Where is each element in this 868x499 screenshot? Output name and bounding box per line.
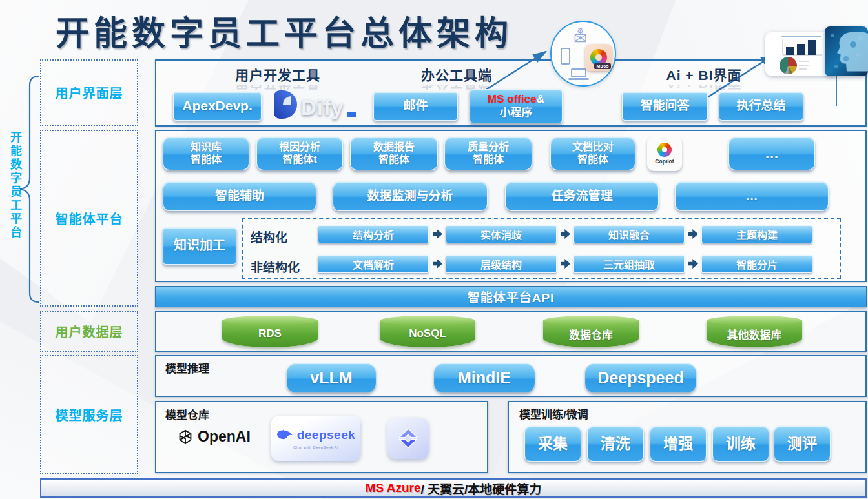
layer-box-ui: 用户界面层	[40, 59, 138, 126]
inference-label: 模型推理	[165, 360, 209, 376]
agent-line2: 智能体	[577, 154, 608, 166]
exec-summary-button[interactable]: 执行总结	[719, 92, 803, 121]
agent-line1: 数据报告	[373, 141, 415, 154]
architecture-diagram: 开能数字员工平台总体架构 开能数字员工平台 用户界面层 智能体平台 用户数据层 …	[0, 0, 868, 499]
training-step-eval[interactable]: 测评	[774, 426, 831, 462]
openai-wordmark: OpenAI	[198, 428, 251, 445]
layer-label-ui: 用户界面层	[56, 83, 123, 102]
structured-label: 结构化	[251, 228, 287, 245]
agent-button-knowledge[interactable]: 知识库 智能体	[163, 137, 249, 170]
training-step-clean[interactable]: 清洗	[587, 426, 644, 462]
agent-line1: 知识库	[191, 141, 222, 154]
vllm-button[interactable]: vLLM	[287, 363, 376, 392]
mail-button[interactable]: 邮件	[373, 92, 458, 121]
agent-line2: 智能体	[191, 154, 222, 166]
deepseek-whale-icon	[276, 429, 293, 440]
knowledge-processing-button[interactable]: 知识加工	[163, 227, 236, 265]
agent-line1: 文档比对	[572, 141, 614, 154]
flow-structured-4[interactable]: 主题构建	[701, 225, 812, 243]
agent-line2: 智能体t	[282, 154, 316, 166]
agents-more-button[interactable]: …	[728, 137, 815, 170]
smart-qa-button[interactable]: 智能问答	[622, 92, 708, 121]
layer-box-data: 用户数据层	[40, 311, 138, 352]
deepseek-logo-card: deepseek Chat with DeepSeek AI	[271, 416, 360, 461]
layer-box-agent: 智能体平台	[40, 130, 138, 307]
dify-icon	[271, 90, 297, 119]
laptop-icon	[568, 68, 589, 80]
copilot-icon	[657, 143, 672, 157]
agent-line2: 智能体	[473, 154, 504, 166]
agent-platform-api-bar: 智能体平台API	[155, 286, 867, 307]
capability-button-assist[interactable]: 智能辅助	[163, 181, 316, 211]
deepseek-subtitle: Chat with DeepSeek AI	[293, 445, 338, 449]
aibi-header: Ai + BI界面	[646, 65, 762, 84]
infrastructure-bar: MS Azure / 天翼云/本地硬件算力	[40, 478, 867, 498]
training-step-collect[interactable]: 采集	[524, 426, 581, 462]
dify-logo: Dify	[271, 90, 356, 119]
agent-button-doccompare[interactable]: 文档比对 智能体	[550, 137, 636, 170]
glm-icon	[393, 423, 424, 454]
ai-head-image	[825, 26, 868, 76]
flow-structured-3[interactable]: 知识融合	[574, 225, 685, 243]
capability-button-taskflow[interactable]: 任务流管理	[505, 181, 659, 211]
flow-structured-1[interactable]: 结构分析	[318, 225, 429, 243]
training-step-train[interactable]: 训练	[712, 426, 769, 462]
agent-button-datareport[interactable]: 数据报告 智能体	[350, 137, 438, 170]
deepseek-wordmark: deepseek	[297, 428, 356, 442]
layer-label-agent: 智能体平台	[56, 209, 123, 228]
deepspeed-button[interactable]: Deepspeed	[585, 363, 696, 392]
layer-label-model: 模型服务层	[56, 405, 123, 424]
ms-office-button[interactable]: MS office& 小程序	[470, 89, 563, 123]
devices-circle: ⚙ ✉ M365	[550, 21, 616, 87]
phone-icon	[561, 48, 570, 65]
training-label: 模型训练/微调	[519, 405, 588, 422]
capability-more-button[interactable]: …	[675, 181, 829, 211]
flow-unstructured-1[interactable]: 文档解析	[318, 255, 429, 273]
unstructured-label: 非结构化	[251, 258, 300, 275]
openai-logo: OpenAI	[177, 428, 251, 445]
database-warehouse[interactable]: 数据仓库	[543, 316, 639, 347]
dify-wordmark: Dify	[301, 97, 344, 118]
dev-tools-header: 用户开发工具	[213, 65, 342, 84]
pie-chart-icon	[780, 57, 797, 74]
flow-unstructured-2[interactable]: 层级结构	[446, 255, 557, 273]
layer-label-data: 用户数据层	[56, 322, 123, 341]
flow-unstructured-4[interactable]: 智能分片	[701, 255, 812, 273]
platform-vertical-label: 开能数字员工平台	[6, 131, 23, 239]
agent-line1: 根因分析	[279, 141, 320, 154]
flow-structured-2[interactable]: 实体消歧	[446, 225, 557, 243]
flow-unstructured-3[interactable]: 三元组抽取	[574, 255, 685, 273]
mail-gear-icon: ⚙ ✉	[574, 27, 587, 46]
capability-button-monitor[interactable]: 数据监测与分析	[333, 181, 488, 211]
agent-line2: 智能体	[378, 154, 409, 166]
database-other[interactable]: 其他数据库	[707, 316, 802, 347]
repo-label: 模型仓库	[165, 406, 209, 422]
training-step-augment[interactable]: 增强	[650, 426, 707, 462]
azure-label: MS Azure	[366, 481, 421, 495]
glm-logo-card	[388, 418, 429, 459]
aibi-header-wrap: Ai + BI界面 Ai + BI界面	[646, 65, 762, 94]
infrastructure-label: / 天翼云/本地硬件算力	[421, 480, 542, 497]
agent-line1: 质量分析	[468, 141, 509, 154]
office-header: 办公工具端	[395, 65, 518, 84]
openai-icon	[177, 429, 194, 445]
ms-office-line1: MS office&	[488, 93, 544, 106]
agent-button-quality[interactable]: 质量分析 智能体	[444, 137, 532, 170]
ms-office-amp: &	[537, 93, 544, 105]
deepseek-logo-row: deepseek	[276, 428, 356, 442]
apexdevp-button[interactable]: ApexDevp.	[173, 92, 262, 121]
mindie-button[interactable]: MindIE	[434, 363, 535, 392]
page-title: 开能数字员工平台总体架构	[56, 6, 513, 55]
m365-badge-label: M365	[594, 63, 611, 69]
ms-office-line2: 小程序	[500, 107, 533, 119]
m365-copilot-icon: M365	[585, 44, 612, 71]
database-nosql[interactable]: NoSQL	[380, 316, 475, 347]
copilot-logo-card: Copilot	[647, 136, 682, 171]
ms-office-red-text: MS office	[488, 93, 537, 105]
copilot-label: Copilot	[655, 158, 674, 165]
agent-button-rootcause[interactable]: 根因分析 智能体t	[256, 137, 343, 170]
database-rds[interactable]: RDS	[222, 316, 318, 347]
layer-box-model: 模型服务层	[40, 355, 138, 474]
dify-underscore	[347, 112, 356, 117]
